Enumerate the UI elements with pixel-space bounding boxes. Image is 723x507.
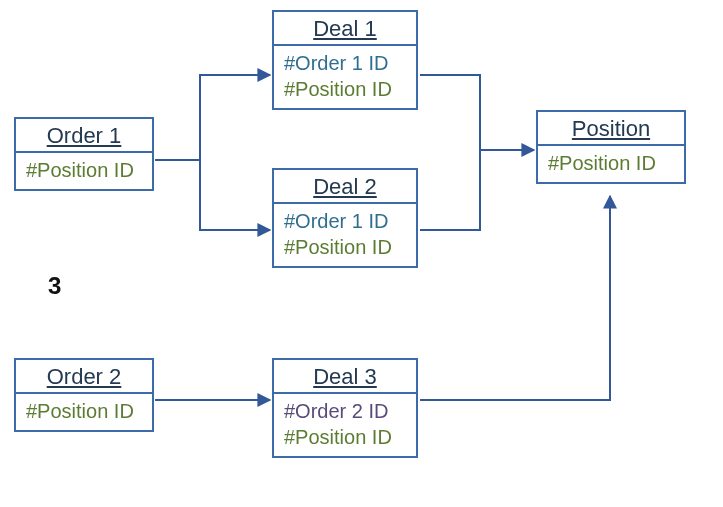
node-deal1-title: Deal 1 bbox=[274, 12, 416, 44]
node-deal2-field-0: #Order 1 ID bbox=[284, 208, 406, 234]
node-position: Position #Position ID bbox=[536, 110, 686, 184]
edge-deal1-position bbox=[420, 75, 480, 150]
node-deal3-field-0: #Order 2 ID bbox=[284, 398, 406, 424]
node-order1: Order 1 #Position ID bbox=[14, 117, 154, 191]
node-position-field-0: #Position ID bbox=[548, 150, 674, 176]
node-deal3-title: Deal 3 bbox=[274, 360, 416, 392]
node-deal2-title: Deal 2 bbox=[274, 170, 416, 202]
side-label: 3 bbox=[48, 272, 61, 300]
node-deal1-field-0: #Order 1 ID bbox=[284, 50, 406, 76]
node-deal3: Deal 3 #Order 2 ID #Position ID bbox=[272, 358, 418, 458]
node-deal1-field-1: #Position ID bbox=[284, 76, 406, 102]
edge-order1-deal2 bbox=[155, 160, 270, 230]
node-order1-field-0: #Position ID bbox=[26, 157, 142, 183]
node-position-title: Position bbox=[538, 112, 684, 144]
node-deal1: Deal 1 #Order 1 ID #Position ID bbox=[272, 10, 418, 110]
node-order1-title: Order 1 bbox=[16, 119, 152, 151]
node-deal3-field-1: #Position ID bbox=[284, 424, 406, 450]
edge-order1-deal1 bbox=[155, 75, 270, 160]
node-order2-field-0: #Position ID bbox=[26, 398, 142, 424]
edge-deal3-position bbox=[420, 196, 610, 400]
node-order2-title: Order 2 bbox=[16, 360, 152, 392]
node-deal2: Deal 2 #Order 1 ID #Position ID bbox=[272, 168, 418, 268]
edge-deal2-position bbox=[420, 150, 480, 230]
node-order2: Order 2 #Position ID bbox=[14, 358, 154, 432]
node-deal2-field-1: #Position ID bbox=[284, 234, 406, 260]
